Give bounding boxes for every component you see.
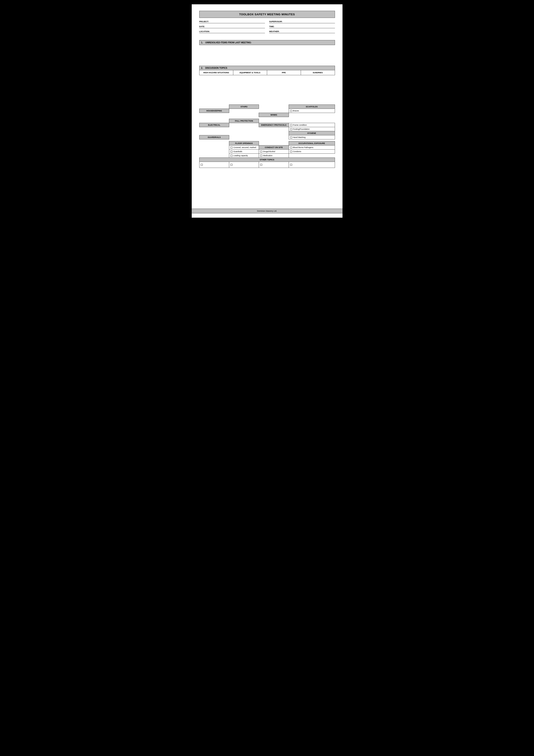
medication-cell: Medication xyxy=(259,154,289,158)
drugs-item: Drugs/Alcohol xyxy=(260,150,287,152)
time-value xyxy=(275,25,335,28)
other-3-item xyxy=(260,164,287,166)
fall-protection-header: FALL PROTECTION xyxy=(229,119,259,123)
frame-condition-checkbox[interactable] xyxy=(290,124,292,126)
blood-borne-checkbox[interactable] xyxy=(290,147,292,148)
braces-item: Braces xyxy=(290,110,333,112)
footing-cell: Footing/Foundation xyxy=(289,127,335,131)
empty-cell-r6c1 xyxy=(199,127,229,131)
loading-checkbox[interactable] xyxy=(231,155,232,157)
hand-washing-item: Hand Washing xyxy=(290,136,333,138)
empty-cell-r6c2 xyxy=(229,127,259,131)
empty-cell-r9c3 xyxy=(259,141,289,146)
stairs-header: STAIRS xyxy=(229,105,259,109)
other-4-checkbox[interactable] xyxy=(290,164,292,166)
discussion-col-2: EQUIPMENT & TOOLS xyxy=(233,70,267,75)
covered-checkbox[interactable] xyxy=(231,147,232,148)
hand-washing-cell: Hand Washing xyxy=(289,135,335,139)
other-4-cell xyxy=(289,162,335,168)
covered-item: Covered, secured, marked xyxy=(231,146,257,148)
medication-checkbox[interactable] xyxy=(260,155,262,157)
spacer-row-1 xyxy=(199,117,335,119)
empty-cell-r4c4 xyxy=(289,119,335,123)
condoms-label: Condoms xyxy=(293,150,301,152)
empty-cell-r7c2 xyxy=(229,131,259,135)
location-value xyxy=(211,30,265,33)
footer-bar: Dominion Masonry Ltd. xyxy=(192,209,343,213)
loading-item: Loading capacity xyxy=(231,154,257,157)
weather-field: WEATHER: xyxy=(269,30,335,33)
footing-label: Footing/Foundation xyxy=(293,128,310,130)
other-3-cell xyxy=(259,162,289,168)
hand-washing-label: Hand Washing xyxy=(293,136,306,138)
main-grid-table: STAIRS SCAFFOLDS HOUSEKEEPING Braces xyxy=(199,104,335,168)
empty-cell-r1c1 xyxy=(199,105,229,109)
emergency-header: EMERGENCY PROTOCOLS xyxy=(259,123,289,127)
other-3-checkbox[interactable] xyxy=(260,164,262,166)
floor-openings-header: FLOOR OPENINGS xyxy=(229,141,259,146)
page-title: TOOLBOX SAFETY MEETING MINUTES xyxy=(202,13,333,16)
braces-checkbox[interactable] xyxy=(290,110,292,112)
date-field: DATE: xyxy=(199,25,265,28)
discussion-title: DISCUSSION TOPICS xyxy=(205,67,227,69)
other-1-checkbox[interactable] xyxy=(201,164,203,166)
whmis-header: WHMIS xyxy=(259,113,289,117)
covered-label: Covered, secured, marked xyxy=(233,146,256,148)
empty-cell-r7c1 xyxy=(199,131,229,135)
other-2-item xyxy=(231,164,257,166)
loading-cell: Loading capacity xyxy=(229,154,259,158)
location-label: LOCATION: xyxy=(199,30,210,33)
discussion-header: 2. DISCUSSION TOPICS xyxy=(199,66,335,70)
covered-cell: Covered, secured, marked xyxy=(229,146,259,149)
hand-washing-checkbox[interactable] xyxy=(290,136,292,138)
occupational-header: OCCUPATIONAL EXPOSURE xyxy=(289,141,335,146)
other-1-item xyxy=(201,164,228,166)
discussion-col-2-label: EQUIPMENT & TOOLS xyxy=(240,71,261,74)
guardrails-item-checkbox[interactable] xyxy=(231,150,232,152)
other-2-cell xyxy=(229,162,259,168)
hygiene-header: HYGIENE xyxy=(289,131,335,135)
blood-borne-cell: Blood Borne Pathogens xyxy=(289,146,335,149)
empty-cell-r1c3 xyxy=(259,105,289,109)
discussion-section: 2. DISCUSSION TOPICS HIGH HAZARD SITUATI… xyxy=(199,66,335,75)
empty-cell-r8c2 xyxy=(229,135,259,139)
frame-condition-label: Frame condition xyxy=(293,124,307,126)
empty-cell-r4c3 xyxy=(259,119,289,123)
project-label: PROJECT: xyxy=(199,20,209,23)
guardrails-item: Guardrails xyxy=(231,150,257,152)
other-1-cell xyxy=(199,162,229,168)
drugs-checkbox[interactable] xyxy=(260,150,262,152)
empty-cell-r10c1 xyxy=(199,146,229,149)
unresolved-number: 1. xyxy=(201,41,203,44)
blood-borne-item: Blood Borne Pathogens xyxy=(290,146,333,148)
other-topics-header: OTHER TOPICS xyxy=(199,158,335,162)
discussion-content-area xyxy=(199,76,335,102)
empty-cell-r3c2 xyxy=(229,113,259,117)
empty-cell-r3c1 xyxy=(199,113,229,117)
discussion-columns: HIGH HAZARD SITUATIONS EQUIPMENT & TOOLS… xyxy=(199,70,335,75)
supervisor-value xyxy=(283,20,335,23)
drugs-cell: Drugs/Alcohol xyxy=(259,149,289,154)
footing-checkbox[interactable] xyxy=(290,128,292,130)
unresolved-title: UNRESOLVED ITEMS FROM LAST MEETING: xyxy=(205,41,252,44)
braces-label: Braces xyxy=(293,110,299,112)
discussion-col-3: PPE xyxy=(267,70,301,75)
date-label: DATE: xyxy=(199,25,205,28)
empty-cell-r4c1 xyxy=(199,119,229,123)
empty-cell-r8c3 xyxy=(259,135,289,139)
condoms-checkbox[interactable] xyxy=(290,150,292,152)
discussion-col-1-label: HIGH HAZARD SITUATIONS xyxy=(203,71,229,74)
supervisor-field: SUPERVISOR: xyxy=(269,20,335,23)
conduct-header: CONDUCT ON SITE xyxy=(259,146,289,149)
unresolved-content-area xyxy=(199,46,335,64)
discussion-col-3-label: PPE xyxy=(282,71,286,74)
empty-cell-r3c4 xyxy=(289,113,335,117)
other-4-item xyxy=(290,164,333,166)
frame-condition-item: Frame condition xyxy=(290,124,333,126)
other-2-checkbox[interactable] xyxy=(231,164,232,166)
electrical-header: ELECTRICAL xyxy=(199,123,229,127)
drugs-label: Drugs/Alcohol xyxy=(263,150,275,152)
discussion-number: 2. xyxy=(201,67,203,69)
supervisor-label: SUPERVISOR: xyxy=(269,20,283,23)
unresolved-section-header: 1. UNRESOLVED ITEMS FROM LAST MEETING: xyxy=(199,40,335,45)
